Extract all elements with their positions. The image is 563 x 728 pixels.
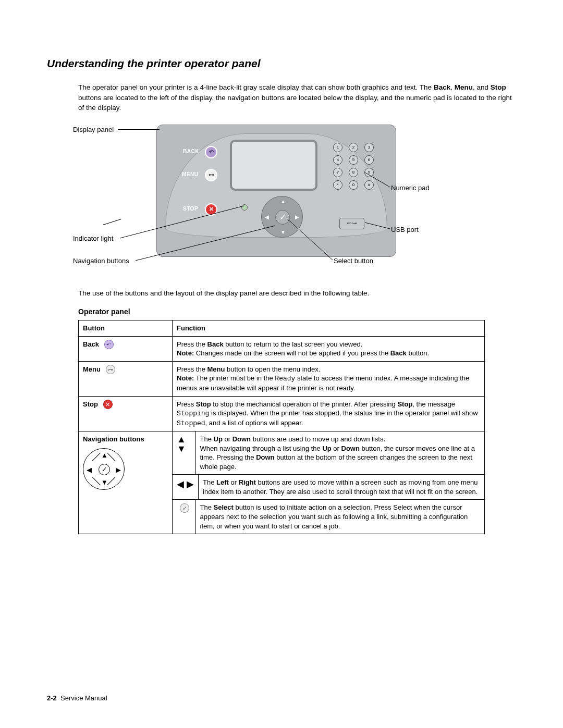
keypad-key: 8 bbox=[349, 168, 358, 177]
select-icon: ✓ bbox=[180, 503, 189, 513]
page-title: Understanding the printer operator panel bbox=[47, 57, 516, 70]
row-menu-label: Menu bbox=[83, 365, 101, 373]
callout-indicator-light: Indicator light bbox=[73, 235, 113, 242]
keypad-key: 0 bbox=[349, 180, 358, 190]
table-row: Stop ✕ Press Stop to stop the mechanical… bbox=[79, 396, 485, 431]
table-title: Operator panel bbox=[78, 307, 516, 316]
callout-navigation-buttons: Navigation buttons bbox=[73, 257, 129, 265]
label-menu: MENU bbox=[182, 171, 198, 177]
leader-line bbox=[136, 226, 292, 267]
back-icon: ↶ bbox=[104, 340, 114, 349]
callout-display-panel: Display panel bbox=[73, 126, 114, 133]
row-nav-label: Navigation buttons bbox=[83, 435, 144, 443]
th-function: Function bbox=[173, 320, 485, 337]
svg-line-1 bbox=[136, 226, 275, 261]
leader-line bbox=[365, 172, 396, 193]
keypad-key: 2 bbox=[349, 143, 358, 152]
operator-panel-table: Button Function Back ↶ Press the Back bu… bbox=[78, 320, 485, 534]
svg-line-3 bbox=[365, 223, 390, 229]
th-button: Button bbox=[79, 320, 173, 337]
row-back-label: Back bbox=[83, 340, 99, 348]
keypad-key: 1 bbox=[333, 143, 342, 152]
leader-line bbox=[287, 218, 349, 265]
table-row: Back ↶ Press the Back button to return t… bbox=[79, 336, 485, 361]
display-panel bbox=[230, 140, 317, 191]
row-menu-function: Press the Menu button to open the menu i… bbox=[173, 361, 485, 396]
page-footer: 2-2 Service Manual bbox=[47, 694, 107, 702]
table-row: Menu ⊶ Press the Menu button to open the… bbox=[79, 361, 485, 396]
menu-button-icon: ⊶ bbox=[205, 169, 217, 181]
intro-paragraph: The operator panel on your printer is a … bbox=[78, 82, 516, 113]
keypad-key: 4 bbox=[333, 155, 342, 165]
back-button-icon: ↶ bbox=[205, 146, 217, 158]
row-nav-leftright: The Left or Right buttons are used to mo… bbox=[199, 475, 484, 499]
keypad-key: 6 bbox=[364, 155, 374, 165]
keypad-key: 3 bbox=[364, 143, 374, 152]
row-stop-label: Stop bbox=[83, 400, 98, 408]
row-nav-updown: The Up or Down buttons are used to move … bbox=[195, 431, 484, 474]
table-row: Navigation buttons ▲ ▼ ◀ ▶ ✓ bbox=[79, 431, 485, 475]
callout-numeric-pad: Numeric pad bbox=[391, 184, 430, 192]
keypad-key: * bbox=[333, 180, 342, 190]
below-intro: The use of the buttons and the layout of… bbox=[78, 288, 516, 299]
row-back-function: Press the Back button to return to the l… bbox=[173, 336, 485, 361]
svg-line-2 bbox=[365, 172, 390, 187]
menu-icon: ⊶ bbox=[106, 365, 115, 374]
keypad-key: 7 bbox=[333, 168, 342, 177]
operator-panel-diagram: BACK ↶ MENU ⊶ STOP ✕ ▲ ▼ ◀ ▶ ✓ 1 2 3 bbox=[73, 122, 490, 279]
row-nav-select: The Select button is used to initiate ac… bbox=[195, 500, 484, 534]
navigation-diagram-icon: ▲ ▼ ◀ ▶ ✓ bbox=[83, 448, 125, 490]
leader-line bbox=[365, 223, 396, 233]
row-stop-function: Press Stop to stop the mechanical operat… bbox=[173, 396, 485, 431]
up-down-arrows-icon: ▲▼ bbox=[177, 435, 186, 453]
label-back: BACK bbox=[183, 149, 199, 154]
stop-icon: ✕ bbox=[103, 400, 113, 409]
left-right-arrows-icon: ◀ ▶ bbox=[177, 478, 194, 490]
svg-line-4 bbox=[287, 218, 333, 260]
keypad-key: 5 bbox=[349, 155, 358, 165]
